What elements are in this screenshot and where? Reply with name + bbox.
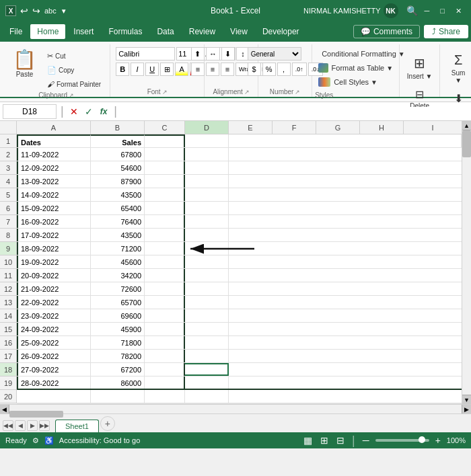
cell-c5[interactable] — [145, 188, 185, 201]
cell-c19[interactable] — [145, 376, 185, 389]
cell-c6[interactable] — [145, 202, 185, 214]
paste-button[interactable]: 📋 Paste — [8, 47, 41, 81]
cell-b2[interactable]: 67800 — [91, 148, 145, 161]
cell-b4[interactable]: 87900 — [91, 175, 145, 188]
row-num-4[interactable]: 4 — [0, 175, 17, 188]
col-header-f[interactable]: F — [273, 121, 316, 134]
cell-c20[interactable] — [145, 390, 185, 403]
cell-a19[interactable]: 28-09-2022 — [17, 376, 91, 389]
cell-a11[interactable]: 20-09-2022 — [17, 269, 91, 282]
cell-b11[interactable]: 34200 — [91, 269, 145, 282]
share-button[interactable]: ⤴ Share — [424, 25, 468, 38]
row-num-5[interactable]: 5 — [0, 188, 17, 202]
format-painter-button[interactable]: 🖌Format Painter — [44, 78, 104, 90]
autosave-button[interactable]: abc — [44, 7, 57, 15]
currency-btn[interactable]: $ — [248, 63, 261, 76]
cell-d2[interactable] — [185, 148, 229, 161]
autosum-button[interactable]: Σ Sum ▼ — [445, 50, 471, 87]
row-num-7[interactable]: 7 — [0, 215, 17, 229]
cell-c4[interactable] — [145, 175, 185, 188]
row-num-2[interactable]: 2 — [0, 148, 17, 161]
cell-d13[interactable] — [185, 296, 229, 309]
align-top-btn[interactable]: ⬆ — [191, 47, 205, 61]
cell-c16[interactable] — [145, 336, 185, 349]
cell-c12[interactable] — [145, 282, 185, 295]
cell-d4[interactable] — [185, 175, 229, 188]
cell-a6[interactable]: 15-09-2022 — [17, 202, 91, 214]
cell-a17[interactable]: 26-09-2022 — [17, 350, 91, 362]
bold-button[interactable]: B — [116, 63, 129, 76]
cell-b18[interactable]: 67200 — [91, 363, 145, 376]
font-name-input[interactable] — [116, 47, 175, 61]
quick-access-dropdown[interactable]: ▼ — [61, 7, 67, 15]
cell-a4[interactable]: 13-09-2022 — [17, 175, 91, 188]
cell-a15[interactable]: 24-09-2022 — [17, 323, 91, 335]
align-center-btn[interactable]: ≡ — [206, 63, 219, 76]
cell-b5[interactable]: 43500 — [91, 188, 145, 201]
scroll-left-btn[interactable]: ◀ — [0, 405, 9, 414]
col-header-d[interactable]: D — [185, 121, 229, 134]
row-num-12[interactable]: 12 — [0, 282, 17, 296]
row-num-10[interactable]: 10 — [0, 255, 17, 269]
page-layout-btn[interactable]: ⊞ — [318, 435, 330, 446]
cell-c8[interactable] — [145, 229, 185, 241]
cancel-formula-btn[interactable]: ✕ — [68, 106, 80, 117]
sheet-nav-first-btn[interactable]: ◀◀ — [3, 420, 13, 431]
vertical-scrollbar[interactable]: ▲ ▼ — [462, 121, 471, 404]
menu-review[interactable]: Review — [182, 24, 222, 39]
minimize-button[interactable]: ─ — [421, 5, 434, 16]
cell-a18[interactable]: 27-09-2022 — [17, 363, 91, 376]
cell-a1[interactable]: Dates — [17, 134, 91, 147]
cell-b13[interactable]: 65700 — [91, 296, 145, 309]
row-num-18[interactable]: 18 — [0, 363, 17, 376]
horizontal-scrollbar[interactable]: ◀ ▶ — [0, 404, 471, 413]
conditional-formatting-button[interactable]: Conditional Formatting ▼ — [315, 47, 396, 61]
menu-data[interactable]: Data — [150, 24, 180, 39]
cell-b10[interactable]: 45600 — [91, 255, 145, 268]
cell-c2[interactable] — [145, 148, 185, 161]
number-format-select[interactable]: General Number Currency — [248, 47, 301, 61]
cell-b7[interactable]: 76400 — [91, 215, 145, 228]
cell-a10[interactable]: 19-09-2022 — [17, 255, 91, 268]
cell-b12[interactable]: 72600 — [91, 282, 145, 295]
comma-btn[interactable]: , — [277, 63, 291, 76]
close-button[interactable]: ✕ — [451, 5, 466, 17]
undo-button[interactable]: ↩ — [20, 5, 28, 16]
cell-d18-selected[interactable] — [185, 363, 229, 376]
menu-file[interactable]: File — [3, 24, 29, 39]
confirm-formula-btn[interactable]: ✓ — [83, 106, 95, 117]
scroll-thumb[interactable] — [462, 130, 471, 157]
cell-d20[interactable] — [185, 390, 229, 403]
cell-b20[interactable] — [91, 390, 145, 403]
row-num-8[interactable]: 8 — [0, 229, 17, 242]
italic-button[interactable]: I — [131, 63, 144, 76]
cell-b14[interactable]: 69600 — [91, 309, 145, 322]
redo-button[interactable]: ↪ — [32, 5, 40, 16]
maximize-button[interactable]: □ — [436, 5, 449, 16]
cell-a3[interactable]: 12-09-2022 — [17, 161, 91, 174]
cell-b1[interactable]: Sales — [91, 134, 145, 147]
row-num-20[interactable]: 20 — [0, 390, 17, 403]
zoom-out-btn[interactable]: ─ — [361, 435, 371, 446]
row-num-11[interactable]: 11 — [0, 269, 17, 282]
col-header-g[interactable]: G — [316, 121, 360, 134]
align-left-btn[interactable]: ≡ — [191, 63, 205, 76]
percent-btn[interactable]: % — [262, 63, 276, 76]
cut-button[interactable]: ✂Cut — [44, 50, 104, 63]
cell-b6[interactable]: 65400 — [91, 202, 145, 214]
cell-d12[interactable] — [185, 282, 229, 295]
cell-c9[interactable] — [145, 242, 185, 255]
zoom-thumb[interactable] — [419, 436, 425, 443]
row-num-6[interactable]: 6 — [0, 202, 17, 215]
formula-input[interactable] — [121, 107, 468, 116]
page-break-btn[interactable]: ⊟ — [334, 435, 347, 446]
row-num-3[interactable]: 3 — [0, 161, 17, 175]
cell-c18[interactable] — [145, 363, 185, 376]
cell-c14[interactable] — [145, 309, 185, 322]
increase-decimal-btn[interactable]: .0↑ — [292, 63, 307, 76]
col-header-h[interactable]: H — [360, 121, 404, 134]
cell-a14[interactable]: 23-09-2022 — [17, 309, 91, 322]
cell-d19[interactable] — [185, 376, 229, 389]
align-middle-btn[interactable]: ↔ — [206, 47, 220, 61]
cell-a5[interactable]: 14-09-2022 — [17, 188, 91, 201]
